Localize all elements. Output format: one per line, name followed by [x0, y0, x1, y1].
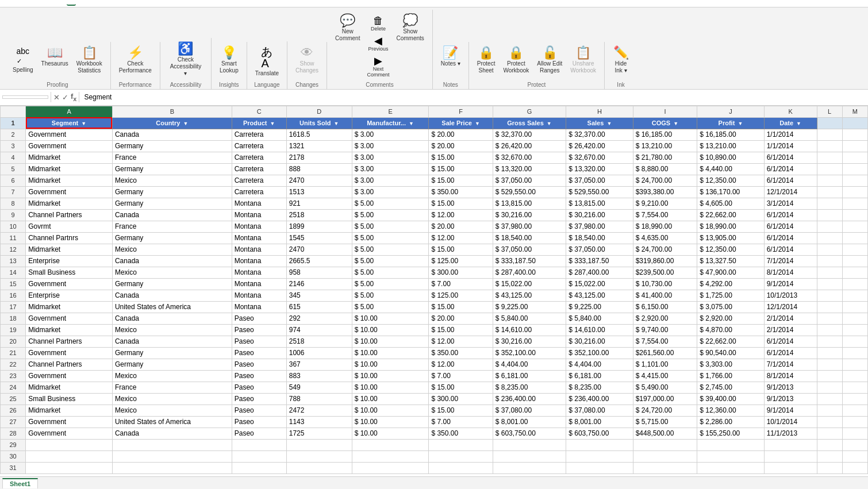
- table-cell[interactable]: [817, 244, 842, 255]
- table-cell[interactable]: Small Business: [26, 393, 113, 405]
- table-cell[interactable]: [842, 198, 867, 209]
- table-cell[interactable]: $ 15.00: [429, 163, 493, 175]
- translate-button[interactable]: あA Translate: [252, 44, 282, 79]
- table-cell[interactable]: $ 12,350.00: [697, 244, 764, 255]
- table-cell[interactable]: Germany: [112, 140, 232, 152]
- table-cell[interactable]: $ 4,870.00: [697, 324, 764, 336]
- table-cell[interactable]: [817, 278, 842, 290]
- next-comment-button[interactable]: ▶ NextComment: [364, 55, 391, 79]
- table-cell[interactable]: 883: [286, 370, 352, 382]
- manufacturing-price-header[interactable]: Manufactur... ▼: [352, 117, 429, 129]
- table-cell[interactable]: [817, 359, 842, 370]
- table-cell[interactable]: 1618.5: [286, 129, 352, 140]
- table-cell[interactable]: $ 24,720.00: [633, 405, 697, 416]
- profit-header[interactable]: Profit ▼: [697, 117, 764, 129]
- table-cell[interactable]: $ 26,420.00: [493, 140, 566, 152]
- table-cell[interactable]: [817, 255, 842, 267]
- table-cell[interactable]: $ 37,080.00: [493, 405, 566, 416]
- menu-insert[interactable]: [25, 2, 34, 5]
- table-cell[interactable]: 2/1/2014: [764, 324, 817, 336]
- allow-edit-ranges-button[interactable]: 🔓 Allow EditRanges: [533, 44, 566, 76]
- table-cell[interactable]: [817, 129, 842, 140]
- table-cell[interactable]: Montana: [232, 267, 286, 278]
- country-header[interactable]: Country ▼: [112, 117, 232, 129]
- table-cell[interactable]: Government: [26, 416, 113, 428]
- table-cell[interactable]: $ 10.00: [352, 416, 429, 428]
- table-cell[interactable]: [842, 244, 867, 255]
- table-cell[interactable]: $ 287,400.00: [566, 267, 633, 278]
- table-cell[interactable]: $ 12,350.00: [697, 175, 764, 186]
- sheet-wrapper[interactable]: A B C D E F G H I J K L M 1: [0, 106, 868, 476]
- table-cell[interactable]: [842, 462, 867, 473]
- table-cell[interactable]: $ 10.00: [352, 359, 429, 370]
- col-header-h[interactable]: H: [566, 106, 633, 117]
- table-cell[interactable]: $ 5,840.00: [493, 313, 566, 324]
- table-cell[interactable]: $ 20.00: [429, 140, 493, 152]
- table-cell[interactable]: $319,860.00: [633, 255, 697, 267]
- table-cell[interactable]: $ 5.00: [352, 244, 429, 255]
- table-cell[interactable]: $ 30,216.00: [493, 209, 566, 221]
- col-header-a[interactable]: A: [26, 106, 113, 117]
- table-cell[interactable]: [566, 451, 633, 462]
- col-header-l[interactable]: L: [817, 106, 842, 117]
- table-cell[interactable]: Canada: [112, 336, 232, 347]
- table-cell[interactable]: 2518: [286, 209, 352, 221]
- hide-ink-button[interactable]: ✏️ HideInk ▾: [609, 44, 632, 76]
- table-cell[interactable]: [842, 290, 867, 301]
- table-cell[interactable]: $ 37,050.00: [493, 175, 566, 186]
- table-cell[interactable]: $ 9,210.00: [633, 198, 697, 209]
- cogs-filter-icon[interactable]: ▼: [673, 121, 678, 126]
- table-cell[interactable]: [842, 405, 867, 416]
- gross-sales-filter-icon[interactable]: ▼: [547, 121, 552, 126]
- sales-filter-icon[interactable]: ▼: [606, 121, 612, 126]
- table-cell[interactable]: 6/1/2014: [764, 232, 817, 244]
- previous-comment-button[interactable]: ◀ Previous: [364, 34, 391, 53]
- table-cell[interactable]: Montana: [232, 301, 286, 313]
- table-cell[interactable]: Paseo: [232, 324, 286, 336]
- table-cell[interactable]: $ 15.00: [429, 198, 493, 209]
- col-header-m[interactable]: M: [842, 106, 867, 117]
- table-cell[interactable]: [842, 336, 867, 347]
- table-cell[interactable]: 6/1/2014: [764, 152, 817, 163]
- new-comment-button[interactable]: 💬 NewComment: [332, 12, 363, 44]
- table-cell[interactable]: Germany: [112, 278, 232, 290]
- table-cell[interactable]: $ 43,125.00: [566, 290, 633, 301]
- table-cell[interactable]: Government: [26, 186, 113, 198]
- table-cell[interactable]: $ 1,725.00: [697, 290, 764, 301]
- table-cell[interactable]: Montana: [232, 278, 286, 290]
- table-cell[interactable]: Government: [26, 370, 113, 382]
- col-header-c[interactable]: C: [232, 106, 286, 117]
- table-cell[interactable]: $ 21,780.00: [633, 152, 697, 163]
- table-cell[interactable]: $ 3.00: [352, 140, 429, 152]
- table-cell[interactable]: Montana: [232, 209, 286, 221]
- table-cell[interactable]: 9/1/2013: [764, 393, 817, 405]
- table-cell[interactable]: [286, 451, 352, 462]
- table-cell[interactable]: [842, 439, 867, 451]
- table-cell[interactable]: 2472: [286, 405, 352, 416]
- table-cell[interactable]: [764, 439, 817, 451]
- sale-price-filter-icon[interactable]: ▼: [475, 121, 480, 126]
- table-cell[interactable]: $ 18,990.00: [697, 221, 764, 232]
- table-cell[interactable]: [566, 439, 633, 451]
- table-cell[interactable]: Midmarket: [26, 163, 113, 175]
- table-cell[interactable]: [112, 451, 232, 462]
- table-cell[interactable]: 10/1/2014: [764, 416, 817, 428]
- table-cell[interactable]: 6/1/2014: [764, 347, 817, 359]
- table-cell[interactable]: Channel Partners: [26, 209, 113, 221]
- table-cell[interactable]: 788: [286, 393, 352, 405]
- table-cell[interactable]: $ 13,815.00: [566, 198, 633, 209]
- table-cell[interactable]: [817, 209, 842, 221]
- table-cell[interactable]: $ 350.00: [429, 347, 493, 359]
- table-cell[interactable]: $ 20.00: [429, 129, 493, 140]
- table-cell[interactable]: $ 5.00: [352, 232, 429, 244]
- table-cell[interactable]: [697, 462, 764, 473]
- date-filter-icon[interactable]: ▼: [796, 121, 801, 126]
- table-cell[interactable]: 1006: [286, 347, 352, 359]
- table-cell[interactable]: [842, 359, 867, 370]
- table-cell[interactable]: $ 10.00: [352, 324, 429, 336]
- col-header-j[interactable]: J: [697, 106, 764, 117]
- table-cell[interactable]: $ 12.00: [429, 232, 493, 244]
- table-cell[interactable]: Midmarket: [26, 405, 113, 416]
- table-cell[interactable]: $ 5.00: [352, 290, 429, 301]
- table-cell[interactable]: $ 4,415.00: [633, 370, 697, 382]
